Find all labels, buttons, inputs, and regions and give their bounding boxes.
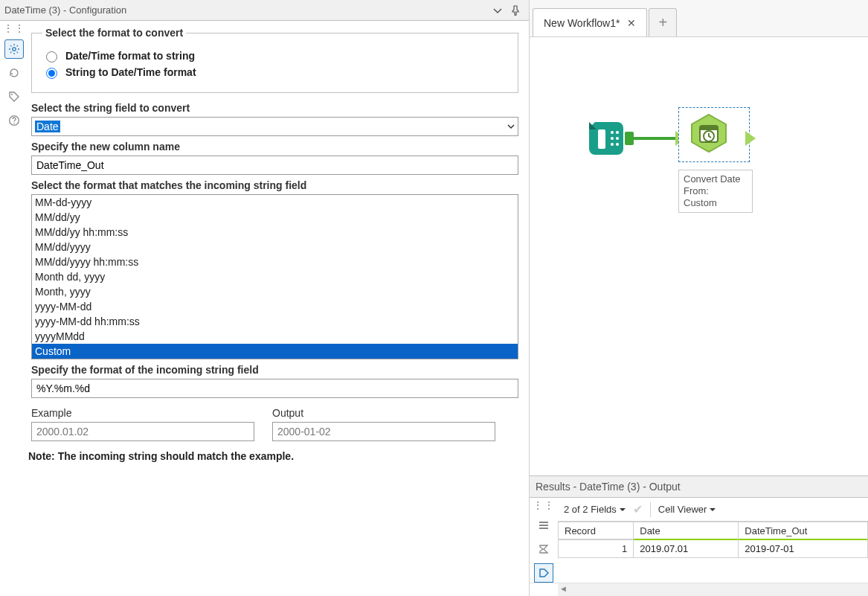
collapse-button[interactable] xyxy=(489,1,507,19)
format-to-convert-group: Select the format to convert Date/Time f… xyxy=(31,27,518,93)
format-list-item[interactable]: yyyy-MM-dd xyxy=(32,299,518,314)
format-list-item[interactable]: Month dd, yyyy xyxy=(32,269,518,284)
config-side-rail: ⋮⋮ xyxy=(0,21,28,596)
datetime-tool-node[interactable] xyxy=(678,107,750,162)
format-list-item[interactable]: yyyyMMdd xyxy=(32,329,518,344)
workflow-tab[interactable]: New Workflow1* ✕ xyxy=(533,8,647,36)
results-panel-title: Results - DateTime (3) - Output xyxy=(530,475,868,498)
column-header[interactable]: Date xyxy=(634,522,739,540)
radio-datetime-to-string[interactable] xyxy=(46,51,57,63)
example-value xyxy=(31,422,254,441)
output-label: Output xyxy=(272,407,495,419)
scroll-left-icon[interactable]: ◄ xyxy=(559,584,568,593)
results-side-rail: ⋮⋮ xyxy=(530,498,558,583)
format-list-item[interactable]: Month, yyyy xyxy=(32,284,518,299)
svg-point-10 xyxy=(616,143,619,146)
cell[interactable]: 2019-07-01 xyxy=(739,540,868,558)
format-list-item[interactable]: MM-dd-yyyy xyxy=(32,195,518,210)
input-tool-node[interactable] xyxy=(588,118,629,159)
results-hscrollbar[interactable]: ◄ xyxy=(530,583,868,596)
results-view-sum-icon[interactable] xyxy=(534,539,553,559)
cell[interactable]: 2019.07.01 xyxy=(634,540,739,558)
svg-rect-16 xyxy=(539,525,548,526)
datetime-tool-icon xyxy=(688,112,730,154)
config-form: Select the format to convert Date/Time f… xyxy=(28,21,529,596)
radio-datetime-to-string-label[interactable]: Date/Time format to string xyxy=(65,50,195,62)
results-toolbar: 2 of 2 Fields ✔ Cell Viewer xyxy=(558,498,868,522)
format-listbox[interactable]: MM-dd-yyyyMM/dd/yyMM/dd/yy hh:mm:ssMM/dd… xyxy=(31,194,518,359)
chevron-down-icon xyxy=(620,507,626,513)
format-list-item[interactable]: Custom xyxy=(32,344,518,359)
svg-point-8 xyxy=(616,137,619,140)
results-view-output-icon[interactable] xyxy=(534,563,553,583)
rail-grip-icon: ⋮⋮ xyxy=(1,25,27,34)
new-column-label: Specify the new column name xyxy=(31,141,518,153)
format-group-legend: Select the format to convert xyxy=(42,27,186,39)
format-list-item[interactable]: MM/dd/yy xyxy=(32,210,518,225)
results-grid[interactable]: RecordDateDateTime_Out12019.07.012019-07… xyxy=(558,522,868,558)
svg-point-5 xyxy=(611,131,614,134)
new-column-input[interactable] xyxy=(31,156,518,175)
cell[interactable]: 1 xyxy=(559,540,634,558)
example-label: Example xyxy=(31,407,254,419)
rail-grip-icon: ⋮⋮ xyxy=(531,502,556,511)
svg-rect-4 xyxy=(598,129,605,149)
format-list-item[interactable]: MM/dd/yy hh:mm:ss xyxy=(32,225,518,240)
help-icon[interactable] xyxy=(5,112,23,129)
column-header[interactable]: DateTime_Out xyxy=(739,522,868,540)
gear-icon[interactable] xyxy=(5,40,23,58)
cell-viewer-label: Cell Viewer xyxy=(658,504,707,515)
refresh-icon[interactable] xyxy=(5,64,23,82)
radio-string-to-datetime[interactable] xyxy=(46,68,57,79)
svg-point-9 xyxy=(611,143,614,146)
svg-rect-13 xyxy=(700,126,718,130)
plus-icon: + xyxy=(659,14,668,31)
config-panel-title: DateTime (3) - Configuration xyxy=(4,4,126,16)
format-list-item[interactable]: MM/dd/yyyy hh:mm:ss xyxy=(32,254,518,269)
datetime-node-label[interactable]: Convert Date From: Custom xyxy=(678,170,753,213)
tag-icon[interactable] xyxy=(5,88,23,106)
svg-point-3 xyxy=(13,123,15,124)
connection-wire[interactable] xyxy=(628,137,681,140)
format-list-label: Select the format that matches the incom… xyxy=(31,179,518,191)
output-value xyxy=(272,422,495,441)
fields-summary: 2 of 2 Fields xyxy=(564,504,617,515)
radio-string-to-datetime-label[interactable]: String to Date/Time format xyxy=(65,66,196,78)
column-header[interactable]: Record xyxy=(559,522,634,540)
custom-format-label: Specify the format of the incoming strin… xyxy=(31,364,518,376)
custom-format-input[interactable] xyxy=(31,379,518,398)
close-icon[interactable]: ✕ xyxy=(627,17,636,29)
pin-button[interactable] xyxy=(507,1,524,19)
workflow-canvas[interactable]: Convert Date From: Custom xyxy=(530,37,868,475)
cell-viewer-dropdown[interactable]: Cell Viewer xyxy=(658,504,716,515)
fields-dropdown[interactable]: 2 of 2 Fields xyxy=(564,504,626,515)
svg-point-6 xyxy=(616,131,619,134)
string-field-label: Select the string field to convert xyxy=(31,102,518,114)
format-list-item[interactable]: MM/dd/yyyy xyxy=(32,240,518,254)
workflow-tabs: New Workflow1* ✕ + xyxy=(530,0,868,37)
apply-check-icon[interactable]: ✔ xyxy=(633,502,643,516)
svg-point-0 xyxy=(13,48,16,51)
config-panel-header: DateTime (3) - Configuration xyxy=(0,0,529,21)
format-note: Note: The incoming string should match t… xyxy=(28,450,294,462)
string-field-select[interactable]: Date xyxy=(31,117,518,136)
svg-rect-15 xyxy=(539,522,548,523)
svg-point-7 xyxy=(611,137,614,140)
workflow-tab-label: New Workflow1* xyxy=(544,17,620,29)
svg-rect-17 xyxy=(539,528,548,529)
format-list-item[interactable]: yyyy-MM-dd hh:mm:ss xyxy=(32,314,518,329)
string-field-value: Date xyxy=(35,121,60,132)
output-anchor-icon[interactable] xyxy=(745,131,756,146)
svg-point-1 xyxy=(11,94,13,95)
new-tab-button[interactable]: + xyxy=(649,8,677,36)
chevron-down-icon xyxy=(710,507,716,513)
results-view-table-icon[interactable] xyxy=(534,516,553,535)
